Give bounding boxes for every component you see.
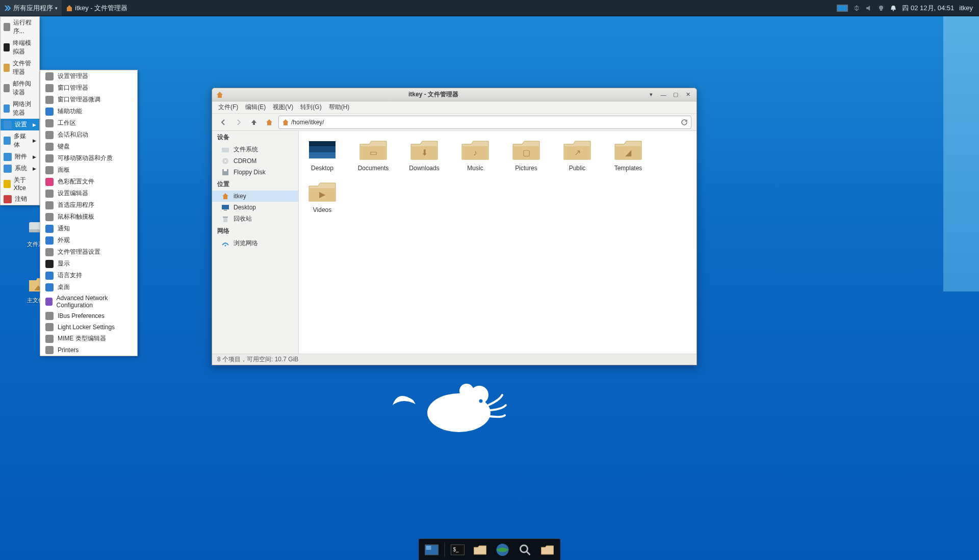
folder-templates[interactable]: ◢Templates (610, 139, 647, 172)
menu-help[interactable]: 帮助(H) (329, 103, 350, 112)
submenu-item-6[interactable]: 键盘 (40, 141, 137, 152)
menu-view[interactable]: 视图(V) (273, 103, 293, 112)
file-view[interactable]: Desktop▭Documents⬇Downloads♪Music▢Pictur… (299, 131, 697, 354)
home-button[interactable] (263, 116, 275, 128)
menu-item-6[interactable]: 多媒体▶ (1, 130, 39, 151)
folder-pictures[interactable]: ▢Pictures (508, 139, 545, 172)
menu-file[interactable]: 文件(F) (218, 103, 238, 112)
window-menu-button[interactable]: ▾ (647, 90, 656, 99)
sidebar-item[interactable]: Desktop (212, 202, 298, 213)
sidebar-item[interactable]: CDROM (212, 155, 298, 167)
minimize-button[interactable]: — (659, 90, 668, 99)
svg-rect-23 (309, 152, 336, 158)
sidebar-item[interactable]: 浏览网络 (212, 237, 298, 249)
workspace-switcher-icon[interactable] (837, 5, 848, 12)
sidebar-item[interactable]: Floppy Disk (212, 167, 298, 178)
folder-videos[interactable]: ▶Videos (304, 181, 341, 214)
svg-rect-17 (224, 210, 227, 210)
submenu-item-22[interactable]: MIME 类型编辑器 (40, 333, 137, 344)
submenu-item-17[interactable]: 语言支持 (40, 270, 137, 281)
xfce-mouse-logo (393, 369, 515, 441)
menu-item-5[interactable]: 设置▶ (1, 119, 39, 130)
submenu-item-12[interactable]: 鼠标和触摸板 (40, 211, 137, 223)
bottom-dock: $_ (419, 539, 561, 560)
menu-item-2[interactable]: 文件管理器 (1, 58, 39, 78)
sidebar-item[interactable]: 回收站 (212, 213, 298, 225)
submenu-item-19[interactable]: Advanced Network Configuration (40, 293, 137, 310)
taskbar-item-filemanager[interactable]: itkey - 文件管理器 (62, 0, 132, 16)
toolbar: /home/itkey/ (212, 114, 697, 131)
dock-filemanager[interactable] (471, 542, 490, 558)
path-text: /home/itkey/ (291, 119, 324, 126)
submenu-item-18[interactable]: 桌面 (40, 281, 137, 293)
svg-line-37 (527, 551, 530, 555)
svg-rect-22 (309, 141, 336, 146)
submenu-item-1[interactable]: 窗口管理器 (40, 82, 137, 94)
folder-downloads[interactable]: ⬇Downloads (406, 139, 443, 172)
notification-tray-icon[interactable] (890, 5, 897, 12)
apps-menu-button[interactable]: 所有应用程序 ▾ (0, 0, 62, 16)
user-label[interactable]: itkey (959, 4, 973, 12)
svg-point-13 (225, 161, 226, 162)
submenu-item-13[interactable]: 通知 (40, 223, 137, 234)
volume-tray-icon[interactable] (865, 5, 872, 12)
up-button[interactable] (248, 116, 260, 128)
submenu-item-21[interactable]: Light Locker Settings (40, 322, 137, 333)
submenu-item-3[interactable]: 辅助功能 (40, 105, 137, 117)
folder-public[interactable]: ↗Public (559, 139, 596, 172)
submenu-item-8[interactable]: 面板 (40, 164, 137, 176)
maximize-button[interactable]: ▢ (671, 90, 680, 99)
menu-item-3[interactable]: 邮件阅读器 (1, 78, 39, 98)
folder-desktop[interactable]: Desktop (304, 139, 341, 172)
submenu-item-15[interactable]: 文件管理器设置 (40, 246, 137, 258)
submenu-item-23[interactable]: Printers (40, 344, 137, 356)
submenu-item-7[interactable]: 可移动驱动器和介质 (40, 152, 137, 164)
status-text: 8 个项目，可用空间: 10.7 GiB (217, 355, 298, 364)
back-button[interactable] (217, 116, 229, 128)
svg-point-2 (893, 10, 894, 11)
svg-text:↗: ↗ (574, 148, 581, 157)
clock-label[interactable]: 四 02 12月, 04:51 (902, 4, 954, 13)
window-titlebar[interactable]: itkey - 文件管理器 ▾ — ▢ ✕ (212, 88, 697, 101)
forward-button[interactable] (233, 116, 245, 128)
submenu-item-14[interactable]: 外观 (40, 234, 137, 246)
dock-terminal[interactable]: $_ (448, 542, 468, 558)
network-tray-icon[interactable] (853, 5, 860, 12)
submenu-item-5[interactable]: 会话和启动 (40, 129, 137, 141)
svg-text:$_: $_ (453, 547, 459, 552)
menu-item-1[interactable]: 终端模拟器 (1, 37, 39, 58)
home-icon (216, 91, 223, 98)
dock-browser[interactable] (493, 542, 512, 558)
menu-item-10[interactable]: 注销 (1, 193, 39, 205)
menu-item-7[interactable]: 附件▶ (1, 151, 39, 163)
submenu-item-4[interactable]: 工作区 (40, 117, 137, 129)
svg-point-9 (459, 384, 474, 398)
menu-item-4[interactable]: 网络浏览器 (1, 98, 39, 119)
submenu-item-20[interactable]: IBus Preferences (40, 310, 137, 322)
submenu-item-9[interactable]: 色彩配置文件 (40, 176, 137, 188)
menu-edit[interactable]: 编辑(E) (245, 103, 266, 112)
sidebar-item[interactable]: itkey (212, 191, 298, 202)
folder-music[interactable]: ♪Music (457, 139, 494, 172)
svg-rect-15 (224, 169, 227, 171)
bulb-tray-icon[interactable] (878, 5, 885, 12)
menu-go[interactable]: 转到(G) (300, 103, 321, 112)
sidebar-item[interactable]: 文件系统 (212, 144, 298, 155)
dock-show-desktop[interactable] (422, 542, 442, 558)
path-bar[interactable]: /home/itkey/ (278, 116, 691, 129)
folder-documents[interactable]: ▭Documents (355, 139, 392, 172)
submenu-item-2[interactable]: 窗口管理器微调 (40, 94, 137, 105)
close-button[interactable]: ✕ (683, 90, 692, 99)
submenu-item-16[interactable]: 显示 (40, 258, 137, 270)
window-title: itkey - 文件管理器 (223, 90, 643, 99)
menu-item-0[interactable]: 运行程序... (1, 17, 39, 37)
dock-search[interactable] (516, 542, 535, 558)
submenu-item-0[interactable]: 设置管理器 (40, 70, 137, 82)
reload-icon[interactable] (681, 119, 688, 126)
taskbar-item-label: itkey - 文件管理器 (75, 4, 127, 13)
submenu-item-10[interactable]: 设置编辑器 (40, 188, 137, 199)
dock-folder[interactable] (538, 542, 557, 558)
menu-item-9[interactable]: 关于 Xfce (1, 174, 39, 193)
submenu-item-11[interactable]: 首选应用程序 (40, 199, 137, 211)
menu-item-8[interactable]: 系统▶ (1, 163, 39, 174)
